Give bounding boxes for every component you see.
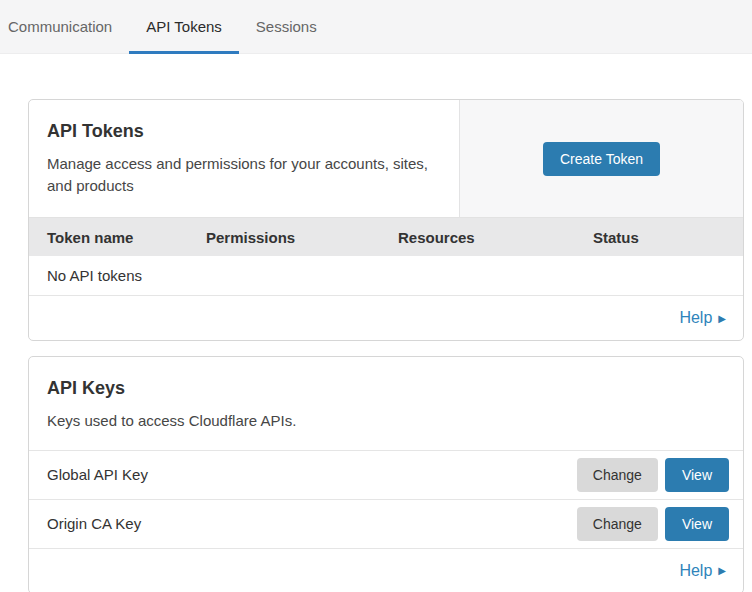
api-tokens-description: Manage access and permissions for your a… bbox=[47, 153, 441, 197]
api-keys-card-header: API Keys Keys used to access Cloudflare … bbox=[29, 357, 743, 450]
help-arrow-icon: ▶ bbox=[718, 565, 726, 576]
list-item: Global API Key Change View bbox=[29, 451, 743, 500]
tab-bar: Communication API Tokens Sessions bbox=[0, 0, 752, 54]
api-keys-card: API Keys Keys used to access Cloudflare … bbox=[28, 356, 744, 592]
origin-ca-key-change-button[interactable]: Change bbox=[577, 507, 658, 541]
tab-communication-label: Communication bbox=[8, 18, 112, 35]
api-tokens-header-actions: Create Token bbox=[459, 100, 743, 217]
list-item: Origin CA Key Change View bbox=[29, 500, 743, 549]
table-row: No API tokens bbox=[29, 256, 743, 296]
api-tokens-card-footer: Help ▶ bbox=[29, 296, 743, 340]
api-keys-help-link[interactable]: Help ▶ bbox=[679, 562, 726, 580]
global-api-key-actions: Change View bbox=[577, 458, 729, 492]
api-tokens-card: API Tokens Manage access and permissions… bbox=[28, 99, 744, 341]
api-tokens-help-label: Help bbox=[679, 309, 712, 327]
help-arrow-icon: ▶ bbox=[718, 313, 726, 324]
column-header-permissions: Permissions bbox=[206, 218, 398, 256]
api-keys-card-footer: Help ▶ bbox=[29, 549, 743, 592]
api-tokens-table-head: Token name Permissions Resources Status bbox=[29, 218, 743, 256]
column-header-resources: Resources bbox=[398, 218, 593, 256]
api-tokens-table-body: No API tokens bbox=[29, 256, 743, 296]
api-tokens-help-link[interactable]: Help ▶ bbox=[679, 309, 726, 327]
main-content: API Tokens Manage access and permissions… bbox=[0, 54, 752, 592]
empty-tokens-message: No API tokens bbox=[29, 256, 743, 296]
api-tokens-title: API Tokens bbox=[47, 121, 441, 142]
api-tokens-header-text: API Tokens Manage access and permissions… bbox=[29, 100, 459, 217]
create-token-button[interactable]: Create Token bbox=[543, 142, 660, 176]
tab-sessions[interactable]: Sessions bbox=[239, 0, 334, 53]
origin-ca-key-view-button[interactable]: View bbox=[665, 507, 729, 541]
api-tokens-table: Token name Permissions Resources Status … bbox=[29, 217, 743, 296]
api-tokens-card-header: API Tokens Manage access and permissions… bbox=[29, 100, 743, 217]
api-keys-description: Keys used to access Cloudflare APIs. bbox=[47, 410, 457, 432]
api-keys-title: API Keys bbox=[47, 378, 725, 399]
tab-api-tokens-label: API Tokens bbox=[146, 18, 222, 35]
origin-ca-key-actions: Change View bbox=[577, 507, 729, 541]
column-header-token-name: Token name bbox=[29, 218, 206, 256]
origin-ca-key-label: Origin CA Key bbox=[47, 515, 141, 532]
tab-api-tokens[interactable]: API Tokens bbox=[129, 0, 239, 53]
global-api-key-view-button[interactable]: View bbox=[665, 458, 729, 492]
api-tokens-header-row: Token name Permissions Resources Status bbox=[29, 218, 743, 256]
global-api-key-label: Global API Key bbox=[47, 466, 148, 483]
api-keys-help-label: Help bbox=[679, 562, 712, 580]
tab-communication[interactable]: Communication bbox=[0, 0, 129, 53]
global-api-key-change-button[interactable]: Change bbox=[577, 458, 658, 492]
column-header-status: Status bbox=[593, 218, 743, 256]
tab-sessions-label: Sessions bbox=[256, 18, 317, 35]
